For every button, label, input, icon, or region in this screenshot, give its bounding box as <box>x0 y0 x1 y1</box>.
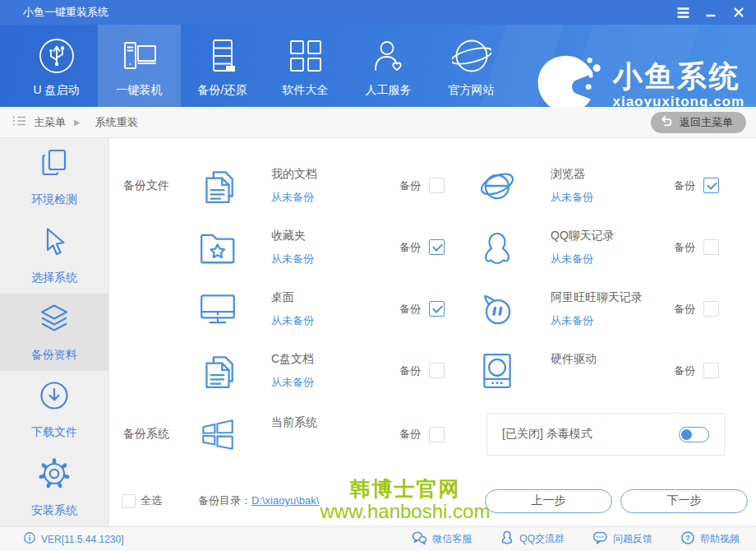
status-bar: VER[11.5.44.1230] 微信客服 <box>0 526 756 551</box>
backup-control: 备份 <box>674 178 719 193</box>
backup-label: 备份 <box>399 178 421 193</box>
status-link-label: 帮助视频 <box>700 532 740 546</box>
backup-dir-label: 备份目录： <box>198 494 251 507</box>
aliwangwang-icon <box>477 289 518 330</box>
backup-label: 备份 <box>674 178 695 193</box>
back-to-main-menu-button[interactable]: 返回主菜单 <box>651 112 746 133</box>
backup-item-status[interactable]: 从未备份 <box>271 190 317 205</box>
backup-item-status[interactable]: 从未备份 <box>551 252 615 266</box>
antivirus-mode-label: [已关闭] 杀毒模式 <box>502 427 592 442</box>
download-icon <box>38 379 71 415</box>
backup-item-text: 我的文档 从未备份 <box>271 164 317 207</box>
main-content: 备份文件 我的文档 从未备份 备份 <box>109 138 756 526</box>
backup-item-text: 收藏夹 从未备份 <box>271 226 314 269</box>
breadcrumb-bar: 主菜单 ▶ 系统重装 返回主菜单 <box>0 107 756 138</box>
windows-icon <box>197 414 238 455</box>
brand-logo: 小鱼系统 xiaoyuxitong.com <box>530 51 744 107</box>
backup-checkbox-browser[interactable] <box>703 178 719 193</box>
antivirus-mode-box: [已关闭] 杀毒模式 <box>486 413 725 456</box>
nav-tab-one-key-install[interactable]: 一键装机 <box>98 25 181 107</box>
minimize-icon[interactable] <box>700 3 721 21</box>
nav-tab-software[interactable]: 软件大全 <box>264 25 347 107</box>
backup-control: 备份 <box>399 301 445 317</box>
nav-tab-website[interactable]: 官方网站 <box>430 25 513 107</box>
breadcrumb-root[interactable]: 主菜单 <box>34 115 66 130</box>
backup-item-status[interactable]: 从未备份 <box>271 375 314 390</box>
backup-item-status[interactable]: 从未备份 <box>551 313 643 328</box>
nav-tab-usb-boot[interactable]: U 盘启动 <box>15 25 98 107</box>
backup-item-status[interactable]: 从未备份 <box>551 190 593 205</box>
qq-group-link[interactable]: QQ交流群 <box>500 530 565 548</box>
backup-checkbox-my-documents[interactable] <box>429 178 445 193</box>
usb-icon <box>38 37 76 75</box>
antivirus-cell: [已关闭] 杀毒模式 <box>471 401 756 467</box>
help-video-link[interactable]: ? 帮助视频 <box>680 530 740 548</box>
select-all-checkbox[interactable] <box>122 494 136 508</box>
backup-checkbox-favorites[interactable] <box>429 239 445 255</box>
documents-icon <box>197 350 238 391</box>
sidebar-item-backup-data[interactable]: 备份资料 <box>0 294 108 371</box>
backup-item-title: 硬件驱动 <box>551 352 597 367</box>
backup-row: C盘文档 从未备份 备份 <box>109 340 756 401</box>
backup-checkbox-qq-chat[interactable] <box>703 239 719 255</box>
antivirus-toggle[interactable] <box>679 427 709 442</box>
sidebar-item-install-system[interactable]: 安装系统 <box>0 449 108 526</box>
backup-row: 桌面 从未备份 备份 <box>109 278 756 340</box>
backup-checkbox-current-system[interactable] <box>429 427 445 442</box>
backup-item-title: 当前系统 <box>271 415 317 430</box>
backup-row: 收藏夹 从未备份 备份 QQ聊天记录 <box>109 216 756 278</box>
backup-control: 备份 <box>674 301 719 317</box>
select-all-label[interactable]: 全选 <box>141 493 162 508</box>
close-icon[interactable] <box>728 3 749 21</box>
backup-control: 备份 <box>399 239 445 255</box>
pc-icon <box>121 37 159 75</box>
hardware-drive-icon <box>477 350 518 391</box>
sidebar-item-env-check[interactable]: 环境检测 <box>0 138 108 215</box>
backup-item-browser: 浏览器 从未备份 备份 <box>471 155 756 216</box>
previous-step-button[interactable]: 上一步 <box>485 489 612 513</box>
sidebar-item-download-files[interactable]: 下载文件 <box>0 371 108 448</box>
backup-item-status[interactable]: 从未备份 <box>271 313 314 328</box>
nav-tab-label: 备份/还原 <box>198 83 247 98</box>
backup-dir: 备份目录：D:\xiaoyu\bak\ <box>198 493 319 508</box>
backup-dir-link[interactable]: D:\xiaoyu\bak\ <box>251 494 319 507</box>
status-links: 微信客服 QQ交流群 <box>412 530 740 548</box>
backup-item-aliwangwang: 阿里旺旺聊天记录 从未备份 备份 <box>471 278 756 340</box>
next-step-button[interactable]: 下一步 <box>620 489 748 513</box>
monitor-icon <box>197 289 238 330</box>
backup-file-list: 备份文件 我的文档 从未备份 备份 <box>109 138 756 513</box>
nav-tab-backup-restore[interactable]: 备份/还原 <box>181 25 264 107</box>
return-arrow-icon <box>659 114 673 131</box>
backup-item-qq-chat: QQ聊天记录 从未备份 备份 <box>471 216 756 278</box>
backup-item-status[interactable]: 从未备份 <box>271 252 314 266</box>
back-button-label: 返回主菜单 <box>680 115 733 130</box>
backup-label: 备份 <box>399 302 421 317</box>
backup-item-current-system: 当前系统 备份 <box>183 401 471 467</box>
backup-checkbox-hardware-drivers[interactable] <box>703 363 719 378</box>
browser-icon <box>477 165 518 206</box>
sidebar-item-select-system[interactable]: 选择系统 <box>0 215 108 293</box>
backup-item-favorites: 收藏夹 从未备份 备份 <box>183 216 471 278</box>
status-link-label: 微信客服 <box>432 532 472 546</box>
menu-icon[interactable] <box>672 3 694 21</box>
chevron-right-icon: ▶ <box>74 118 81 127</box>
backup-checkbox-desktop[interactable] <box>429 301 445 317</box>
status-link-label: QQ交流群 <box>519 532 565 546</box>
backup-item-text: 当前系统 <box>271 413 317 456</box>
backup-system-row: 备份系统 当前系统 备份 <box>109 401 756 467</box>
backup-checkbox-c-drive-docs[interactable] <box>429 363 445 378</box>
backup-label: 备份 <box>399 363 421 378</box>
nav-tab-label: U 盘启动 <box>34 83 80 98</box>
layers-icon <box>38 302 71 338</box>
sidebar: 环境检测 选择系统 备份资料 <box>0 138 109 526</box>
backup-row: 备份文件 我的文档 从未备份 备份 <box>109 155 756 216</box>
wechat-support-link[interactable]: 微信客服 <box>412 530 472 548</box>
nav-tab-service[interactable]: 人工服务 <box>347 25 430 107</box>
cursor-icon <box>38 225 71 261</box>
brand-domain: xiaoyuxitong.com <box>612 94 744 108</box>
backup-item-text: 桌面 从未备份 <box>271 288 314 331</box>
backup-checkbox-aliwangwang[interactable] <box>703 301 719 317</box>
feedback-link[interactable]: 问题反馈 <box>592 530 652 548</box>
backup-control: 备份 <box>399 427 445 442</box>
backup-label: 备份 <box>399 240 421 255</box>
